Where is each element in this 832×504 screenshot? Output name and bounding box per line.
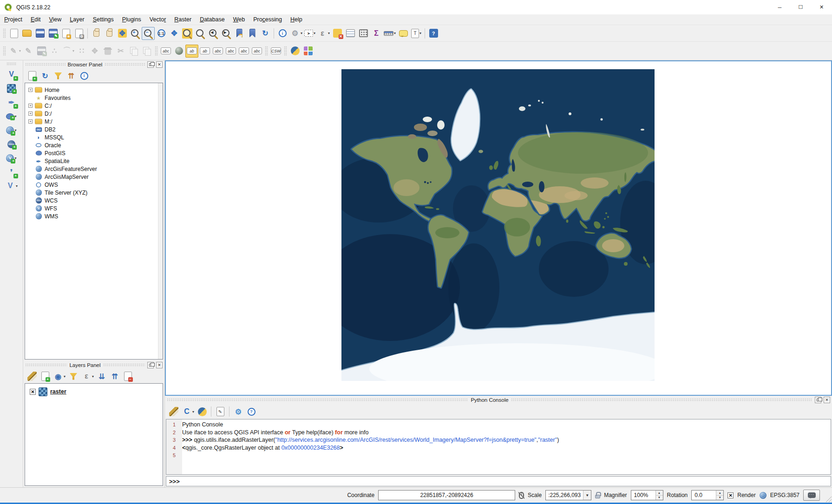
rotation-spinner[interactable]: 0.0 ▲▼: [691, 490, 724, 500]
tree-expander-icon[interactable]: +: [28, 88, 33, 92]
resize-grip[interactable]: [825, 496, 832, 502]
browser-item-m-drive[interactable]: + M:/: [25, 118, 158, 125]
field-calculator-button[interactable]: [357, 27, 370, 40]
filter-browser-button[interactable]: [52, 70, 64, 82]
current-edits-button[interactable]: ✎▾: [7, 45, 22, 58]
layer-visibility-checkbox[interactable]: ✕: [30, 389, 36, 395]
crs-globe-icon[interactable]: [760, 492, 766, 499]
add-raster-layer-button[interactable]: +: [2, 81, 21, 95]
spin-up-icon[interactable]: ▲: [716, 491, 723, 496]
menu-item[interactable]: Raster: [170, 14, 196, 25]
metasearch-button[interactable]: CSW: [269, 45, 282, 58]
filter-expression-button[interactable]: ε▾: [80, 370, 95, 382]
dropdown-arrow-icon[interactable]: ▾: [314, 31, 315, 35]
zoom-last-button[interactable]: ◂: [207, 27, 220, 40]
render-checkbox[interactable]: ✕: [727, 492, 734, 498]
browser-item-tileserver[interactable]: + Tile Server (XYZ): [25, 189, 158, 196]
move-feature-button[interactable]: ✥: [88, 45, 101, 58]
refresh-browser-button[interactable]: ↻: [39, 70, 51, 82]
browser-item-wms[interactable]: + WMS: [25, 212, 158, 220]
new-project-button[interactable]: [7, 27, 20, 40]
new-shapefile-layer-button[interactable]: V▾: [2, 179, 21, 193]
text-annotation-button[interactable]: T▾: [410, 27, 423, 40]
copy-features-button[interactable]: [127, 45, 140, 58]
menu-item[interactable]: View: [45, 14, 66, 25]
close-panel-button[interactable]: ✕: [156, 362, 163, 368]
toggle-editing-button[interactable]: ✎: [22, 45, 35, 58]
statistics-button[interactable]: Σ: [370, 27, 383, 40]
pin-labels-button[interactable]: ab: [198, 45, 211, 58]
browser-item-arcgisfeatureserver[interactable]: + ArcGisFeatureServer: [25, 165, 158, 173]
browser-item-ows[interactable]: + OWS: [25, 181, 158, 189]
layer-item-raster[interactable]: ✕ raster: [25, 386, 163, 397]
refresh-button[interactable]: ↻: [259, 27, 272, 40]
dropdown-arrow-icon[interactable]: ▾: [19, 49, 21, 53]
menu-item[interactable]: Layer: [66, 14, 88, 25]
mouse-position-icon[interactable]: [519, 492, 524, 499]
clear-console-button[interactable]: [168, 406, 180, 418]
add-selected-layers-button[interactable]: +: [26, 70, 38, 82]
zoom-next-button[interactable]: ▸: [220, 27, 233, 40]
select-features-button[interactable]: ➤▾: [303, 27, 316, 40]
tree-expander-icon[interactable]: +: [28, 104, 33, 108]
browser-item-postgis[interactable]: + PostGIS: [25, 149, 158, 157]
add-vector-layer-button[interactable]: V+: [2, 67, 21, 81]
circular-string-button[interactable]: ⌒▾: [61, 45, 75, 58]
scale-dropdown-icon[interactable]: ▼: [583, 491, 591, 500]
paste-features-button[interactable]: [140, 45, 153, 58]
menu-item[interactable]: Help: [286, 14, 307, 25]
dropdown-arrow-icon[interactable]: ▾: [192, 410, 194, 414]
add-feature-button[interactable]: ∴: [48, 45, 61, 58]
menu-item[interactable]: Plugins: [118, 14, 145, 25]
deselect-all-button[interactable]: ✕: [331, 27, 344, 40]
menu-item[interactable]: Web: [229, 14, 249, 25]
save-project-as-button[interactable]: ✎: [46, 27, 59, 40]
touch-zoom-button[interactable]: [90, 27, 103, 40]
close-button[interactable]: ✕: [811, 0, 832, 14]
crs-status[interactable]: EPSG:3857: [770, 492, 799, 498]
import-class-button[interactable]: C▾: [181, 406, 195, 418]
close-panel-button[interactable]: ✕: [824, 397, 830, 403]
magnifier-spinner[interactable]: 100% ▲▼: [631, 490, 663, 500]
open-project-button[interactable]: [20, 27, 33, 40]
zoom-out-button[interactable]: −: [142, 27, 155, 40]
zoom-full-button[interactable]: ✥: [168, 27, 181, 40]
dropdown-arrow-icon[interactable]: ▾: [14, 114, 16, 118]
dropdown-arrow-icon[interactable]: ▾: [328, 31, 330, 35]
float-panel-button[interactable]: [815, 397, 821, 403]
browser-item-db2[interactable]: + DB2 DB2: [25, 125, 158, 133]
zoom-to-selection-button[interactable]: [181, 27, 194, 40]
diagram-options-button[interactable]: [172, 45, 185, 58]
menu-item[interactable]: Project: [0, 14, 26, 25]
menu-item[interactable]: Database: [196, 14, 229, 25]
browser-item-c-drive[interactable]: + C:/: [25, 102, 158, 110]
measure-button[interactable]: ▾: [383, 27, 397, 40]
zoom-native-button[interactable]: 1:1: [155, 27, 168, 40]
identify-button[interactable]: i: [276, 27, 289, 40]
float-panel-button[interactable]: [147, 61, 154, 68]
attribute-table-button[interactable]: [344, 27, 357, 40]
browser-item-mssql[interactable]: + ◗ MSSQL: [25, 133, 158, 141]
dropdown-arrow-icon[interactable]: ▾: [64, 374, 66, 379]
spinner-arrows[interactable]: ▲▼: [716, 491, 723, 500]
remove-layer-button[interactable]: −: [122, 370, 134, 382]
close-panel-button[interactable]: ✕: [156, 61, 163, 68]
spin-up-icon[interactable]: ▲: [656, 491, 663, 496]
spin-down-icon[interactable]: ▼: [656, 496, 663, 500]
node-tool-button[interactable]: ∷: [75, 45, 88, 58]
browser-item-d-drive[interactable]: + D:/: [25, 110, 158, 118]
map-canvas[interactable]: [165, 60, 832, 396]
new-composer-button[interactable]: ★: [59, 27, 72, 40]
manage-visibility-button[interactable]: ◉▾: [52, 370, 66, 382]
change-label-button[interactable]: abc: [250, 45, 263, 58]
browser-scrollbar[interactable]: [158, 83, 163, 359]
add-wfs-layer-button[interactable]: V+▾: [2, 151, 21, 165]
scale-combo[interactable]: :225,266,093 ▼: [545, 490, 591, 500]
save-project-button[interactable]: [33, 27, 46, 40]
message-log-button[interactable]: [803, 490, 820, 501]
python-console-button[interactable]: [288, 45, 301, 58]
dropdown-arrow-icon[interactable]: ▾: [419, 31, 421, 35]
browser-item-home[interactable]: + Home: [25, 86, 158, 94]
help-button[interactable]: ?: [427, 27, 440, 40]
composer-manager-button[interactable]: ⚙: [72, 27, 85, 40]
